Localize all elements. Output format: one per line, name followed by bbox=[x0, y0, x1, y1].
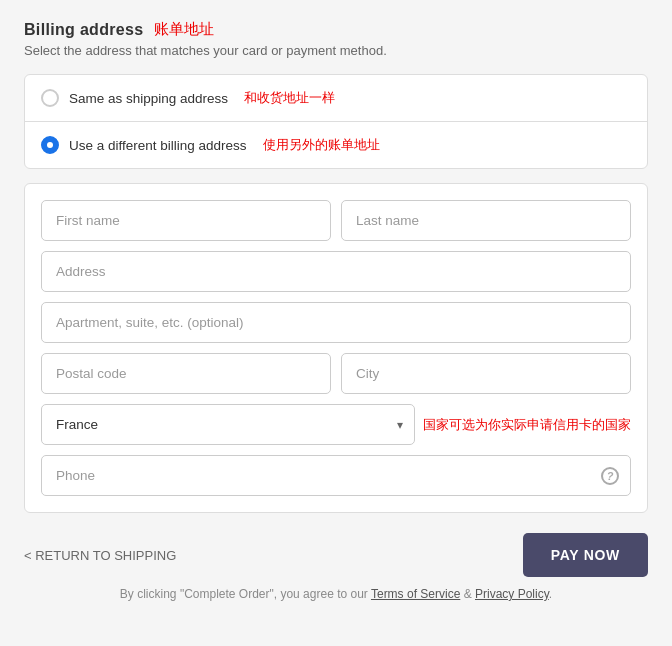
pay-now-button[interactable]: PAY NOW bbox=[523, 533, 648, 577]
billing-title-cn: 账单地址 bbox=[154, 20, 214, 39]
footer-note-and: & bbox=[460, 587, 475, 601]
different-address-label: Use a different billing address bbox=[69, 138, 247, 153]
billing-subtitle: Select the address that matches your car… bbox=[24, 43, 648, 58]
country-field: France United States United Kingdom Germ… bbox=[41, 404, 415, 445]
first-name-input[interactable] bbox=[41, 200, 331, 241]
billing-form: France United States United Kingdom Germ… bbox=[24, 183, 648, 513]
country-cn-label: 国家可选为你实际申请信用卡的国家 bbox=[423, 416, 631, 434]
same-address-label: Same as shipping address bbox=[69, 91, 228, 106]
different-address-label-cn: 使用另外的账单地址 bbox=[263, 136, 380, 154]
footer-note-pre: By clicking "Complete Order", you agree … bbox=[120, 587, 371, 601]
phone-field: ? bbox=[41, 455, 631, 496]
name-row bbox=[41, 200, 631, 241]
postal-input[interactable] bbox=[41, 353, 331, 394]
footer-bar: < RETURN TO SHIPPING PAY NOW bbox=[24, 513, 648, 587]
footer-note: By clicking "Complete Order", you agree … bbox=[24, 587, 648, 611]
billing-title: Billing address bbox=[24, 21, 144, 39]
city-input[interactable] bbox=[341, 353, 631, 394]
privacy-policy-link[interactable]: Privacy Policy bbox=[475, 587, 549, 601]
last-name-input[interactable] bbox=[341, 200, 631, 241]
address-options: Same as shipping address 和收货地址一样 Use a d… bbox=[24, 74, 648, 169]
same-address-label-cn: 和收货地址一样 bbox=[244, 89, 335, 107]
phone-input[interactable] bbox=[41, 455, 631, 496]
apartment-field bbox=[41, 302, 631, 343]
same-address-option[interactable]: Same as shipping address 和收货地址一样 bbox=[25, 75, 647, 122]
different-address-radio[interactable] bbox=[41, 136, 59, 154]
postal-field bbox=[41, 353, 331, 394]
phone-help-icon[interactable]: ? bbox=[601, 467, 619, 485]
city-field bbox=[341, 353, 631, 394]
country-select[interactable]: France United States United Kingdom Germ… bbox=[41, 404, 415, 445]
address-field bbox=[41, 251, 631, 292]
postal-city-row bbox=[41, 353, 631, 394]
return-to-shipping-link[interactable]: < RETURN TO SHIPPING bbox=[24, 548, 176, 563]
first-name-field bbox=[41, 200, 331, 241]
last-name-field bbox=[341, 200, 631, 241]
same-address-radio[interactable] bbox=[41, 89, 59, 107]
different-address-option[interactable]: Use a different billing address 使用另外的账单地… bbox=[25, 122, 647, 168]
apartment-input[interactable] bbox=[41, 302, 631, 343]
terms-of-service-link[interactable]: Terms of Service bbox=[371, 587, 460, 601]
country-row: France United States United Kingdom Germ… bbox=[41, 404, 631, 445]
address-input[interactable] bbox=[41, 251, 631, 292]
footer-note-post: . bbox=[549, 587, 552, 601]
